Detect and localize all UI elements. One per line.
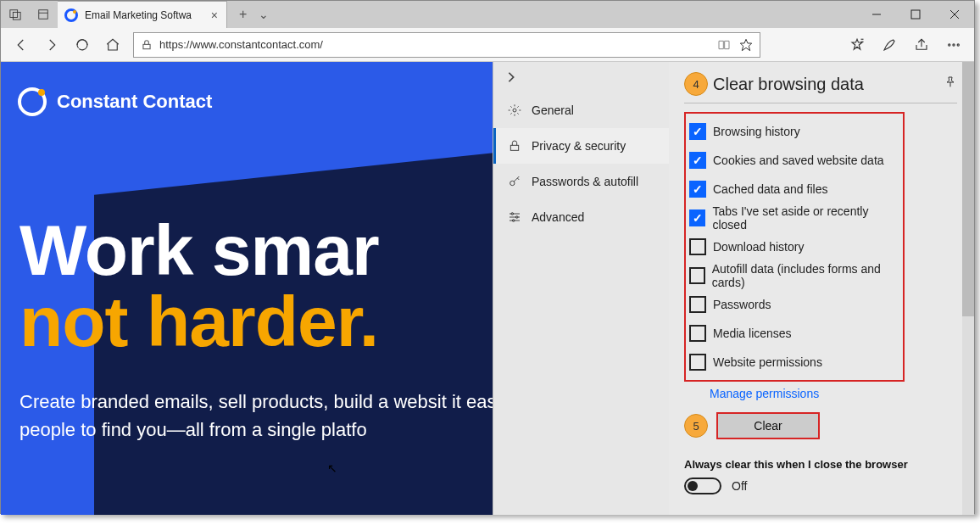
svg-point-18 xyxy=(510,181,515,185)
address-bar[interactable]: https://www.constantcontact.com/ xyxy=(133,32,760,58)
tab-favicon xyxy=(64,8,78,22)
check-download-history[interactable]: Download history xyxy=(689,232,899,261)
home-button[interactable] xyxy=(99,31,126,59)
share-icon[interactable] xyxy=(908,31,935,59)
checkbox[interactable] xyxy=(689,325,706,342)
check-website-permissions[interactable]: Website permissions xyxy=(689,348,899,377)
settings-label: General xyxy=(532,103,574,117)
titlebar: Email Marketing Softwa × + ⌄ xyxy=(1,1,974,28)
sliders-icon xyxy=(508,210,521,224)
more-icon[interactable] xyxy=(940,31,967,59)
always-clear-label: Always clear this when I close the brows… xyxy=(684,458,957,471)
manage-permissions-link[interactable]: Manage permissions xyxy=(684,382,957,400)
cbd-title: Clear browsing data xyxy=(713,75,864,94)
check-passwords[interactable]: Passwords xyxy=(689,290,899,319)
check-cookies[interactable]: Cookies and saved website data xyxy=(689,146,899,175)
checkbox[interactable] xyxy=(689,238,706,255)
divider xyxy=(684,103,957,103)
callout-4: 4 xyxy=(684,72,708,96)
gear-icon xyxy=(508,103,521,117)
clear-browsing-data-panel: 4 Clear browsing data Browsing history C… xyxy=(669,62,974,515)
settings-back[interactable] xyxy=(493,62,669,92)
chevron-right-icon xyxy=(505,71,517,83)
settings-item-privacy[interactable]: Privacy & security xyxy=(493,128,669,164)
svg-point-16 xyxy=(513,109,516,112)
close-window-button[interactable] xyxy=(935,1,974,28)
favorite-icon[interactable] xyxy=(739,38,753,52)
clear-button[interactable]: Clear xyxy=(716,412,820,439)
svg-marker-10 xyxy=(852,39,862,49)
svg-rect-1 xyxy=(13,12,20,20)
brand: Constant Contact xyxy=(18,87,212,116)
settings-label: Privacy & security xyxy=(532,139,626,153)
new-tab-icon[interactable]: + xyxy=(239,7,247,22)
check-autofill[interactable]: Autofill data (includes forms and cards) xyxy=(689,261,899,290)
settings-label: Advanced xyxy=(532,210,584,224)
back-button[interactable] xyxy=(8,31,35,59)
address-text: https://www.constantcontact.com/ xyxy=(159,38,710,51)
window-controls xyxy=(857,1,974,28)
svg-point-13 xyxy=(949,43,950,45)
checkbox[interactable] xyxy=(689,354,706,371)
mouse-cursor-icon: ↖ xyxy=(327,461,337,475)
settings-item-passwords[interactable]: Passwords & autofill xyxy=(493,164,669,199)
checkbox[interactable] xyxy=(689,296,706,313)
check-media-licenses[interactable]: Media licenses xyxy=(689,319,899,348)
tab-title: Email Marketing Softwa xyxy=(85,9,204,21)
tabs-preview-icon[interactable] xyxy=(37,8,49,20)
brand-logo-icon xyxy=(18,87,47,116)
checkbox[interactable] xyxy=(689,267,705,284)
checkbox[interactable] xyxy=(689,123,706,140)
favorites-list-icon[interactable] xyxy=(844,31,871,59)
svg-point-15 xyxy=(957,43,959,45)
settings-panel: General Privacy & security Passwords & a… xyxy=(493,62,669,515)
svg-rect-2 xyxy=(39,10,48,20)
scrollbar[interactable] xyxy=(962,62,974,515)
checkbox-group-highlight: Browsing history Cookies and saved websi… xyxy=(684,112,905,382)
svg-rect-5 xyxy=(911,10,920,19)
toolbar: https://www.constantcontact.com/ xyxy=(1,28,974,62)
minimize-button[interactable] xyxy=(857,1,896,28)
svg-marker-9 xyxy=(740,39,751,50)
browser-tab[interactable]: Email Marketing Softwa × xyxy=(58,1,227,28)
forward-button[interactable] xyxy=(38,31,65,59)
hero-sub: Create branded emails, sell products, bu… xyxy=(19,388,562,444)
svg-rect-17 xyxy=(510,145,518,150)
settings-label: Passwords & autofill xyxy=(532,175,638,188)
lock-icon xyxy=(141,39,153,51)
tab-actions: + ⌄ xyxy=(227,1,269,28)
svg-rect-0 xyxy=(10,10,18,18)
always-clear-toggle[interactable] xyxy=(684,478,721,494)
notes-icon[interactable] xyxy=(876,31,903,59)
key-icon xyxy=(508,175,521,188)
tab-overflow-icon[interactable]: ⌄ xyxy=(259,8,269,21)
brand-name: Constant Contact xyxy=(57,91,212,113)
refresh-button[interactable] xyxy=(69,31,96,59)
checkbox[interactable] xyxy=(689,152,706,169)
maximize-button[interactable] xyxy=(896,1,935,28)
checkbox[interactable] xyxy=(689,181,706,198)
lock-icon xyxy=(508,139,521,153)
settings-item-general[interactable]: General xyxy=(493,92,669,128)
titlebar-corner-buttons xyxy=(1,1,58,28)
scroll-thumb[interactable] xyxy=(962,62,974,316)
callout-5: 5 xyxy=(684,414,708,438)
content-area: Constant Contact Work smar not harder. C… xyxy=(1,62,974,515)
check-tabs-aside[interactable]: Tabs I've set aside or recently closed xyxy=(689,204,899,232)
close-icon[interactable]: × xyxy=(211,8,218,22)
reading-view-icon[interactable] xyxy=(717,38,731,52)
settings-item-advanced[interactable]: Advanced xyxy=(493,199,669,235)
pin-icon[interactable] xyxy=(944,75,957,92)
toggle-state: Off xyxy=(732,479,747,493)
tabs-aside-icon[interactable] xyxy=(9,8,21,20)
svg-rect-8 xyxy=(143,44,150,48)
checkbox[interactable] xyxy=(689,209,705,226)
svg-point-14 xyxy=(953,43,955,45)
check-cached[interactable]: Cached data and files xyxy=(689,175,899,204)
check-browsing-history[interactable]: Browsing history xyxy=(689,117,899,146)
